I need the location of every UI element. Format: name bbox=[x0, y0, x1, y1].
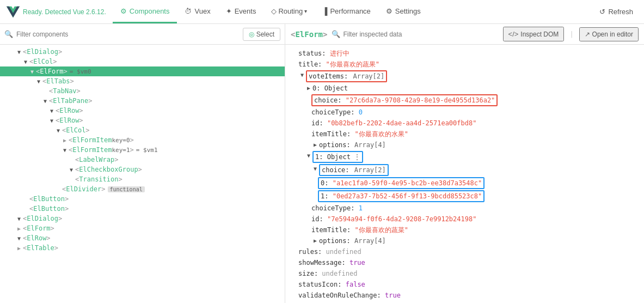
nav-tabs: ⚙ Components ⏱ Vuex ✦ Events ◇ Routing ▾… bbox=[113, 0, 593, 23]
tree-item-eldialog-2[interactable]: ▼ <ElDialog> bbox=[0, 214, 285, 223]
functional-badge: functional bbox=[108, 186, 145, 192]
object0-toggle[interactable]: ▶ bbox=[305, 83, 312, 93]
separator: | bbox=[569, 31, 573, 38]
tree-item-elrow-2[interactable]: ▼ <ElRow> bbox=[0, 116, 285, 125]
tab-performance[interactable]: ▐ Performance bbox=[315, 0, 378, 23]
filter-right-input-wrap: 🔍 bbox=[332, 30, 498, 38]
data-line-itemtitle-1: itemTitle: "你最喜欢的蔬菜" bbox=[292, 225, 637, 235]
tab-vuex[interactable]: ⏱ Vuex bbox=[177, 0, 218, 23]
chevron-down-icon: ▾ bbox=[304, 8, 307, 14]
data-line-options-1: ▶ options: Array[4] bbox=[292, 235, 637, 246]
data-line-data-section: ▼ data bbox=[292, 301, 637, 303]
data-line-choicetype-0: choiceType: 0 bbox=[292, 107, 637, 118]
select-icon: ◎ bbox=[249, 31, 254, 38]
inspect-dom-button[interactable]: </> Inspect DOM bbox=[503, 27, 565, 41]
tree-item-labelwrap[interactable]: <LabelWrap> bbox=[0, 155, 285, 165]
tree-item-eltabpane[interactable]: ▼ <ElTabPane> bbox=[0, 96, 285, 106]
tree-toggle[interactable]: ▼ bbox=[15, 235, 23, 241]
app-logo: Ready. Detected Vue 2.6.12. bbox=[4, 5, 113, 19]
tree-toggle[interactable]: ▶ bbox=[15, 245, 23, 251]
object1-toggle[interactable]: ▼ bbox=[305, 151, 312, 161]
tree-toggle[interactable]: ▼ bbox=[41, 98, 49, 104]
components-icon: ⚙ bbox=[120, 7, 127, 15]
tree-toggle[interactable]: ▼ bbox=[48, 108, 56, 114]
tree-toggle[interactable]: ▼ bbox=[28, 69, 36, 75]
tree-item-elbutton-1[interactable]: <ElButton> bbox=[0, 194, 285, 204]
performance-icon: ▐ bbox=[322, 7, 327, 15]
settings-icon: ⚙ bbox=[386, 7, 392, 15]
data-line-showmessage: showMessage: true bbox=[292, 257, 637, 268]
tree-toggle[interactable]: ▼ bbox=[61, 147, 69, 153]
tree-item-elrow-3[interactable]: ▼ <ElRow> bbox=[0, 233, 285, 243]
vuex-icon: ⏱ bbox=[185, 7, 192, 15]
tab-routing[interactable]: ◇ Routing ▾ bbox=[263, 0, 315, 23]
tree-toggle[interactable]: ▼ bbox=[54, 128, 62, 134]
tree-item-transition[interactable]: <Transition> bbox=[0, 174, 285, 184]
tree-item-elcheckboxgroup[interactable]: ▼ <ElCheckboxGroup> bbox=[0, 165, 285, 174]
topbar: Ready. Detected Vue 2.6.12. ⚙ Components… bbox=[0, 0, 644, 24]
data-line-1-object: ▼ 1: Object ⋮ bbox=[292, 150, 637, 163]
tree-item-elrow-1[interactable]: ▼ <ElRow> bbox=[0, 106, 285, 116]
options0-toggle[interactable]: ▶ bbox=[311, 140, 319, 150]
tree-item-elcol[interactable]: ▼ <ElCol> bbox=[0, 57, 285, 66]
options1-toggle[interactable]: ▶ bbox=[311, 236, 319, 246]
tree-item-eltable[interactable]: ▶ <ElTable> bbox=[0, 243, 285, 253]
data-line-size: size: undefined bbox=[292, 268, 637, 279]
tree-item-elform-2[interactable]: ▶ <ElForm> bbox=[0, 223, 285, 233]
topbar-right: ↺ Refresh bbox=[593, 0, 640, 24]
tree-item-elformitem-0[interactable]: ▶ <ElFormItem key=0> bbox=[0, 135, 285, 145]
right-secondbar: <ElForm> 🔍 </> Inspect DOM | ↗ Open in e… bbox=[285, 24, 644, 44]
search-icon: 🔍 bbox=[4, 30, 13, 38]
data-line-statusicon: statusIcon: false bbox=[292, 279, 637, 290]
data-line-choice-1-0: 0: "a1ec1fa0-59f0-4e95-bc2b-ee38d7a3548c… bbox=[292, 177, 637, 190]
tree-toggle[interactable]: ▼ bbox=[35, 78, 42, 84]
tree-item-elformitem-1[interactable]: ▼ <ElFormItem key=1> = $vm1 bbox=[0, 145, 285, 155]
data-line-id-0: id: "0b82befb-2202-4dae-aa4d-2571ea00fbd… bbox=[292, 118, 637, 129]
tree-item-elform-selected[interactable]: ▼ <ElForm> = $vm0 bbox=[0, 66, 285, 76]
app-status: Ready. Detected Vue 2.6.12. bbox=[23, 8, 106, 16]
refresh-icon: ↺ bbox=[599, 8, 605, 16]
tree-toggle[interactable]: ▶ bbox=[61, 137, 69, 143]
tree-item-eldivider[interactable]: <ElDivider> functional bbox=[0, 184, 285, 194]
data-line-choice-0: choice: "27c6da7a-9708-42a9-8e19-de4955d… bbox=[292, 94, 637, 107]
data-line-status: status: 进行中 bbox=[292, 48, 637, 59]
select-button[interactable]: ◎ Select bbox=[243, 28, 280, 41]
filter-data-input[interactable] bbox=[343, 31, 498, 38]
data-line-choice-1-1: 1: "0ed27a37-7b52-456f-9f13-9bcdd85523c8… bbox=[292, 190, 637, 203]
tree-toggle[interactable]: ▼ bbox=[68, 167, 75, 173]
tab-components[interactable]: ⚙ Components bbox=[113, 0, 177, 23]
data-line-id-1: id: "7e594a94-f0f6-4da2-9208-7e9912b2419… bbox=[292, 214, 637, 225]
data-line-validateonrulechange: validateOnRuleChange: true bbox=[292, 290, 637, 301]
data-line-options-0: ▶ options: Array[4] bbox=[292, 140, 637, 150]
events-icon: ✦ bbox=[226, 7, 232, 15]
tab-events[interactable]: ✦ Events bbox=[218, 0, 264, 23]
code-icon: </> bbox=[508, 30, 519, 38]
data-line-voteitems: ▼ voteItems: Array[2] bbox=[292, 70, 637, 83]
data-line-choicetype-1: choiceType: 1 bbox=[292, 203, 637, 214]
tree-item-elcol-inner[interactable]: ▼ <ElCol> bbox=[0, 125, 285, 135]
tree-item-elbutton-2[interactable]: <ElButton> bbox=[0, 204, 285, 214]
tree-toggle[interactable]: ▼ bbox=[15, 49, 23, 55]
data-line-choice-1: ▼ choice: Array[2] bbox=[292, 163, 637, 177]
tree-item-eldialog-1[interactable]: ▼ <ElDialog> bbox=[0, 47, 285, 57]
tree-item-tabnav[interactable]: <TabNav> bbox=[0, 86, 285, 96]
left-secondbar: 🔍 ◎ Select bbox=[0, 24, 285, 44]
tree-toggle[interactable]: ▼ bbox=[48, 118, 56, 124]
vue-logo-icon bbox=[7, 5, 20, 19]
refresh-button[interactable]: ↺ Refresh bbox=[593, 0, 640, 24]
open-editor-button[interactable]: ↗ Open in editor bbox=[579, 27, 639, 41]
external-link-icon: ↗ bbox=[585, 31, 590, 38]
voteitems-toggle[interactable]: ▼ bbox=[298, 70, 306, 80]
filter-components-input[interactable] bbox=[16, 31, 243, 38]
tab-settings[interactable]: ⚙ Settings bbox=[378, 0, 428, 23]
routing-icon: ◇ bbox=[271, 7, 277, 15]
tree-item-eltabs[interactable]: ▼ <ElTabs> bbox=[0, 76, 285, 86]
data-line-itemtitle-0: itemTitle: "你最喜欢的水果" bbox=[292, 129, 637, 140]
main-content: ▼ <ElDialog> ▼ <ElCol> ▼ <ElForm> = $vm0… bbox=[0, 45, 644, 303]
data-line-title: title: "你最喜欢的蔬果" bbox=[292, 59, 637, 70]
secondbar: 🔍 ◎ Select <ElForm> 🔍 </> Inspect DOM | … bbox=[0, 24, 644, 45]
tree-toggle[interactable]: ▼ bbox=[22, 59, 29, 65]
tree-toggle[interactable]: ▼ bbox=[15, 216, 23, 222]
choice1-toggle[interactable]: ▼ bbox=[311, 164, 319, 174]
tree-toggle[interactable]: ▶ bbox=[15, 226, 23, 232]
